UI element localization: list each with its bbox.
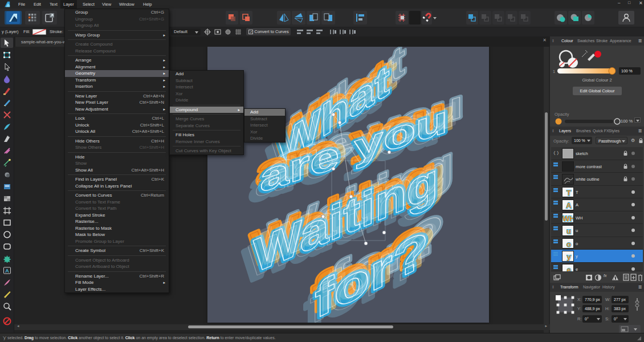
svg-text:WH: WH xyxy=(563,214,574,223)
svg-text:T: T xyxy=(566,189,571,197)
svg-text:o: o xyxy=(566,240,571,249)
svg-text:A: A xyxy=(566,201,572,210)
svg-text:A: A xyxy=(5,268,9,274)
svg-text:y: y xyxy=(566,253,571,261)
svg-text:u: u xyxy=(566,227,571,235)
